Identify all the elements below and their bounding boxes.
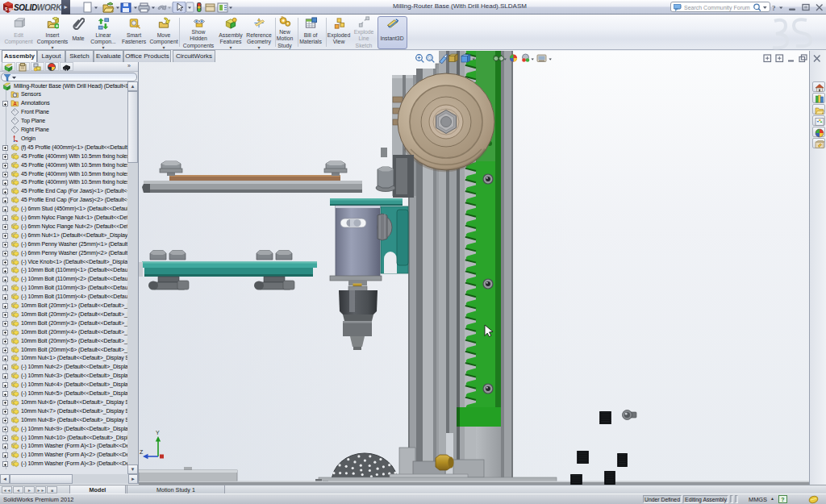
svg-text:W: W [9, 7, 13, 12]
svg-text:Y: Y [156, 430, 160, 435]
svg-text:A: A [13, 101, 17, 106]
svg-text:Z: Z [140, 449, 144, 455]
svg-text:?: ? [772, 4, 776, 12]
